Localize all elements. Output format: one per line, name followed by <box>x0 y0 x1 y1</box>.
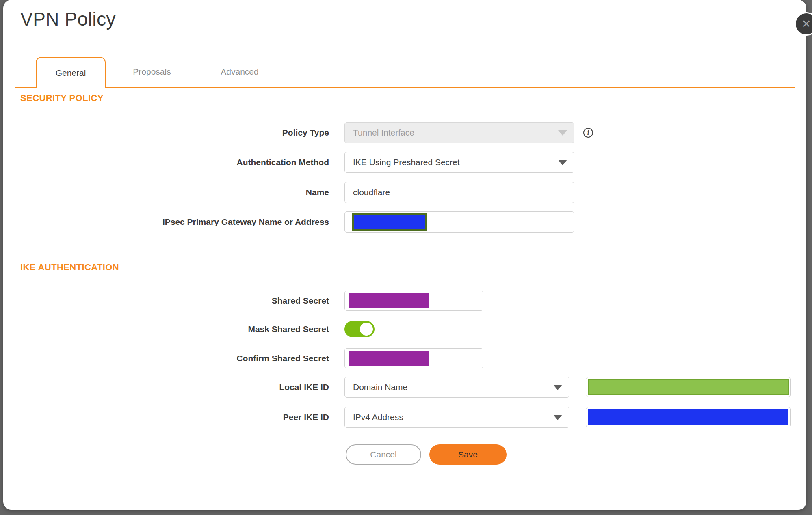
local-ike-id-select[interactable]: Domain Name <box>344 377 569 398</box>
tab-general-label: General <box>56 68 86 78</box>
mask-shared-secret-toggle[interactable] <box>344 321 375 337</box>
tab-proposals-label: Proposals <box>133 67 171 77</box>
dialog-actions: Cancel Save <box>346 444 507 465</box>
section-title-ike-authentication: IKE AUTHENTICATION <box>20 262 119 273</box>
peer-ike-id-input[interactable] <box>586 407 791 427</box>
ipsec-primary-gateway-label: IPsec Primary Gateway Name or Address <box>3 217 329 227</box>
confirm-shared-secret-label: Confirm Shared Secret <box>3 353 329 363</box>
shared-secret-redacted-value <box>349 293 429 308</box>
name-input-value: cloudflare <box>353 187 390 197</box>
cancel-button[interactable]: Cancel <box>346 444 421 465</box>
policy-type-label: Policy Type <box>3 128 329 138</box>
info-icon[interactable]: i <box>583 128 593 138</box>
authentication-method-select[interactable]: IKE Using Preshared Secret <box>344 152 574 173</box>
authentication-method-label: Authentication Method <box>3 157 329 167</box>
ipsec-primary-gateway-input[interactable] <box>344 211 574 233</box>
confirm-shared-secret-input[interactable] <box>344 348 483 368</box>
confirm-shared-secret-redacted-value <box>349 351 429 366</box>
ipsec-primary-gateway-row: IPsec Primary Gateway Name or Address <box>3 211 574 233</box>
shared-secret-label: Shared Secret <box>3 296 329 306</box>
section-title-security-policy: SECURITY POLICY <box>20 93 104 103</box>
tab-general[interactable]: General <box>36 57 106 88</box>
mask-shared-secret-row: Mask Shared Secret <box>3 321 375 338</box>
local-ike-id-row: Local IKE ID Domain Name <box>3 377 791 398</box>
policy-type-value: Tunnel Interface <box>353 128 414 138</box>
chevron-down-icon <box>558 160 567 165</box>
name-input[interactable]: cloudflare <box>344 182 574 203</box>
close-icon: ✕ <box>802 17 811 30</box>
tab-proposals[interactable]: Proposals <box>117 57 187 87</box>
peer-ike-id-row: Peer IKE ID IPv4 Address <box>3 407 791 428</box>
vpn-policy-dialog: VPN Policy General Proposals Advanced SE… <box>3 0 806 510</box>
shared-secret-input[interactable] <box>344 291 483 311</box>
peer-ike-id-redacted-value <box>588 409 788 425</box>
policy-type-row: Policy Type Tunnel Interface i <box>3 122 593 143</box>
shared-secret-row: Shared Secret <box>3 291 483 311</box>
policy-type-select[interactable]: Tunnel Interface <box>344 122 574 143</box>
authentication-method-row: Authentication Method IKE Using Preshare… <box>3 152 574 173</box>
authentication-method-value: IKE Using Preshared Secret <box>353 157 460 167</box>
local-ike-id-redacted-value <box>588 379 789 395</box>
confirm-shared-secret-row: Confirm Shared Secret <box>3 348 483 368</box>
save-button[interactable]: Save <box>429 444 507 465</box>
page-title: VPN Policy <box>20 8 116 30</box>
name-label: Name <box>3 187 329 197</box>
mask-shared-secret-label: Mask Shared Secret <box>3 324 329 334</box>
toggle-knob <box>360 323 373 336</box>
peer-ike-id-type-value: IPv4 Address <box>353 412 403 422</box>
name-row: Name cloudflare <box>3 182 574 203</box>
tab-underline <box>15 87 795 88</box>
chevron-down-icon <box>553 415 562 420</box>
local-ike-id-type-value: Domain Name <box>353 382 407 392</box>
gateway-redacted-value <box>352 213 427 231</box>
peer-ike-id-label: Peer IKE ID <box>3 412 329 422</box>
tab-advanced-label: Advanced <box>221 67 258 77</box>
local-ike-id-label: Local IKE ID <box>3 382 329 392</box>
peer-ike-id-select[interactable]: IPv4 Address <box>344 407 569 428</box>
chevron-down-icon <box>558 130 567 136</box>
modal-backdrop: { "title": "VPN Policy", "icons": { "clo… <box>0 0 812 515</box>
chevron-down-icon <box>553 385 562 390</box>
tab-advanced[interactable]: Advanced <box>205 57 275 87</box>
local-ike-id-input[interactable] <box>586 377 791 397</box>
